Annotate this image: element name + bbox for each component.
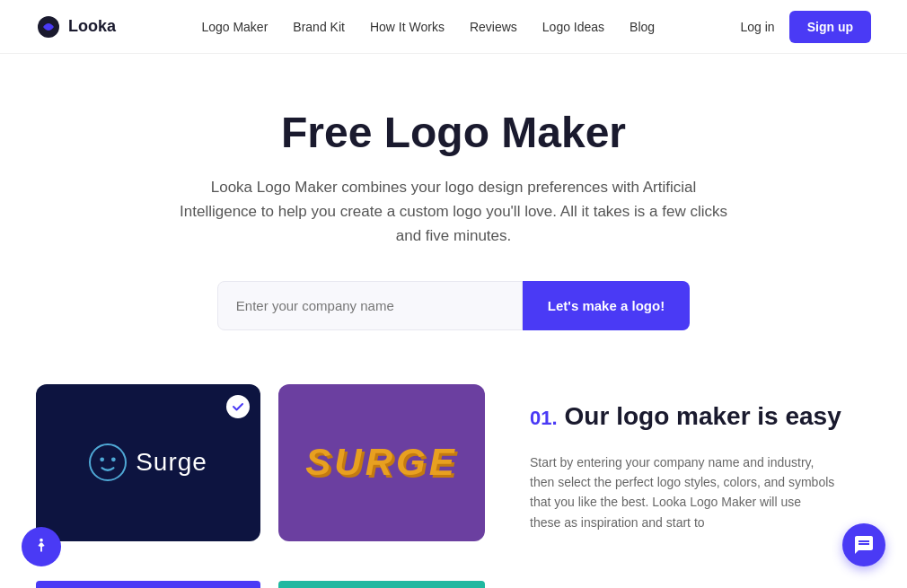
info-heading: 01. Our logo maker is easy [530, 402, 871, 443]
info-number: 01. [530, 407, 558, 430]
accessibility-icon [31, 537, 51, 557]
nav-logo-maker[interactable]: Logo Maker [201, 20, 268, 34]
hero-title: Free Logo Maker [36, 108, 871, 157]
info-section: 01. Our logo maker is easy Start by ente… [512, 384, 871, 533]
bottom-strip [36, 581, 485, 588]
looka-logo-icon [36, 14, 61, 39]
chat-button[interactable] [842, 523, 885, 566]
company-name-form: Let's make a logo! [36, 281, 871, 330]
nav-auth: Log in Sign up [741, 11, 871, 43]
make-logo-button[interactable]: Let's make a logo! [523, 281, 690, 330]
logo-cards: Surge SURGE [36, 384, 485, 541]
logo-card-dark: Surge [36, 384, 260, 541]
info-title: Our logo maker is easy [565, 402, 841, 431]
chat-icon [853, 534, 875, 556]
logo-card-purple: SURGE [278, 384, 485, 541]
nav-how-it-works[interactable]: How It Works [370, 20, 445, 34]
svg-point-1 [100, 458, 104, 462]
surge-retro-text: SURGE [305, 441, 457, 484]
nav-logo-ideas[interactable]: Logo Ideas [542, 20, 604, 34]
company-name-input[interactable] [217, 281, 523, 330]
nav-brand-kit[interactable]: Brand Kit [293, 20, 345, 34]
bottom-section: Surge SURGE 01. Our logo maker is easy S… [0, 366, 907, 541]
hero-description: Looka Logo Maker combines your logo desi… [175, 175, 732, 249]
strip-teal [278, 581, 485, 588]
login-button[interactable]: Log in [741, 20, 775, 34]
navbar: Looka Logo Maker Brand Kit How It Works … [0, 0, 907, 54]
svg-point-2 [111, 458, 116, 462]
strip-blue [36, 581, 260, 588]
accessibility-button[interactable] [22, 527, 61, 566]
info-description: Start by entering your company name and … [530, 452, 835, 533]
surge-logo-light: Surge [89, 443, 207, 481]
nav-links: Logo Maker Brand Kit How It Works Review… [201, 20, 655, 34]
face-icon [91, 445, 125, 479]
brand-name: Looka [68, 17, 116, 36]
brand-logo[interactable]: Looka [36, 14, 116, 39]
selected-badge [226, 395, 250, 418]
surge-light-text: Surge [136, 448, 207, 477]
nav-blog[interactable]: Blog [630, 20, 655, 34]
hero-section: Free Logo Maker Looka Logo Maker combine… [0, 54, 907, 366]
check-icon [232, 400, 244, 413]
nav-reviews[interactable]: Reviews [470, 20, 517, 34]
signup-button[interactable]: Sign up [789, 11, 871, 43]
surge-circle-icon [89, 443, 127, 481]
